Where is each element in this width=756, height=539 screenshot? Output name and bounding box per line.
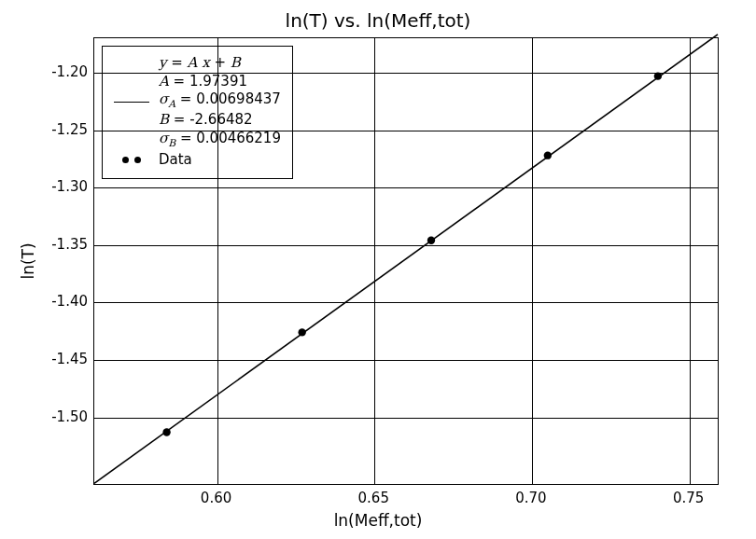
plot-area: y = A x + B A = 1.97391 σA = 0.00698437 … — [93, 37, 719, 485]
y-tick-label: -1.30 — [51, 178, 88, 195]
data-point — [162, 428, 170, 435]
y-tick-label: -1.45 — [51, 351, 88, 367]
data-point — [544, 151, 552, 159]
legend-entry-fit: y = A x + B A = 1.97391 σA = 0.00698437 … — [112, 54, 281, 150]
y-tick-label: -1.50 — [51, 408, 88, 425]
chart-title: ln(T) vs. ln(Meff,tot) — [0, 9, 756, 32]
legend-sigmaB-line: σB = 0.00466219 — [159, 130, 281, 150]
legend-data-label: Data — [159, 151, 192, 170]
y-tick-label: -1.35 — [51, 236, 88, 253]
legend-box: y = A x + B A = 1.97391 σA = 0.00698437 … — [102, 46, 293, 179]
chart-figure: ln(T) vs. ln(Meff,tot) y = A x + B A = 1… — [0, 0, 756, 539]
grid-line-horizontal — [94, 187, 718, 188]
legend-sigmaA-line: σA = 0.00698437 — [159, 90, 281, 111]
x-tick-label: 0.60 — [201, 490, 231, 506]
x-tick-label: 0.65 — [358, 490, 389, 506]
legend-line-icon — [112, 102, 151, 103]
grid-line-horizontal — [94, 131, 718, 131]
grid-line-horizontal — [94, 360, 718, 361]
grid-line-horizontal — [94, 245, 718, 246]
legend-entry-data: Data — [112, 150, 281, 171]
y-tick-label: -1.25 — [51, 121, 88, 138]
legend-A-line: A = 1.97391 — [159, 73, 281, 91]
y-tick-label: -1.40 — [51, 293, 88, 310]
x-tick-label: 0.75 — [673, 490, 704, 506]
y-axis-label: ln(T) — [19, 242, 37, 279]
grid-line-horizontal — [94, 418, 718, 419]
data-point — [427, 237, 435, 244]
legend-B-line: B = -2.66482 — [159, 111, 281, 130]
legend-fit-text: y = A x + B A = 1.97391 σA = 0.00698437 … — [159, 54, 281, 150]
legend-dots-icon — [112, 157, 151, 163]
data-point — [298, 328, 305, 336]
legend-eq-line: y = A x + B — [159, 54, 281, 73]
grid-line-horizontal — [94, 73, 718, 74]
grid-line-horizontal — [94, 302, 718, 303]
y-tick-label: -1.20 — [51, 63, 88, 80]
x-tick-label: 0.70 — [515, 490, 546, 506]
x-axis-label: ln(Meff,tot) — [0, 511, 756, 530]
